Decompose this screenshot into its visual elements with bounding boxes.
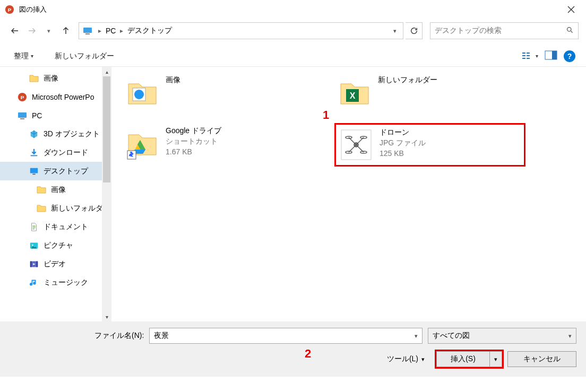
filename-label: ファイル名(N): [94, 331, 144, 341]
svg-rect-12 [552, 51, 557, 59]
refresh-button[interactable] [406, 22, 423, 39]
svg-point-20 [32, 244, 33, 246]
file-thumbnail [125, 75, 159, 109]
videos-icon [29, 259, 39, 269]
svg-rect-18 [32, 173, 35, 175]
powerpoint-icon: P [4, 4, 15, 15]
svg-rect-8 [527, 53, 530, 54]
scroll-up-icon[interactable]: ▴ [102, 67, 111, 76]
tree-item[interactable]: ピクチャ [0, 236, 111, 255]
main-area: 画像PMicrosoft PowerPoPC3D オブジェクトダウンロードデスク… [0, 67, 586, 321]
cancel-button[interactable]: キャンセル [507, 351, 576, 367]
tree-item[interactable]: 新しいフォルダー [0, 199, 111, 217]
file-item[interactable]: Google ドライブショートカット1.67 KB [122, 123, 313, 167]
scroll-down-icon[interactable]: ▾ [102, 312, 111, 321]
tree-item-label: 画像 [44, 74, 58, 83]
tree-item[interactable]: ビデオ [0, 255, 111, 273]
view-options-button[interactable]: ▾ [522, 51, 538, 61]
file-type-filter[interactable]: すべての図 ▾ [428, 328, 576, 344]
tree-item-label: ミュージック [44, 278, 88, 288]
breadcrumb-desktop[interactable]: デスクトップ [125, 26, 174, 36]
svg-text:P: P [8, 7, 12, 13]
filename-input[interactable]: 夜景 ▾ [149, 328, 423, 344]
forward-button[interactable] [24, 23, 39, 38]
back-button[interactable] [7, 23, 22, 38]
scrollbar[interactable]: ▴ ▾ [102, 67, 111, 321]
chevron-right-icon: ▸ [96, 27, 104, 34]
close-button[interactable] [561, 1, 582, 18]
tree-item-label: ドキュメント [44, 222, 88, 232]
nav-tree: 画像PMicrosoft PowerPoPC3D オブジェクトダウンロードデスク… [0, 67, 111, 321]
organize-button[interactable]: 整理 ▾ [11, 49, 37, 63]
svg-rect-23 [37, 261, 38, 267]
address-bar[interactable]: ▸ PC ▸ デスクトップ ▾ [79, 22, 403, 39]
svg-rect-15 [18, 112, 27, 118]
tree-item[interactable]: ダウンロード [0, 143, 111, 162]
folder-icon [36, 185, 47, 195]
download-icon [29, 147, 39, 158]
file-type-label: JPG ファイル [380, 138, 426, 148]
insert-button[interactable]: 挿入(S) ▾ [436, 351, 502, 367]
search-input[interactable]: デスクトップの検索 [430, 22, 579, 39]
preview-pane-button[interactable] [545, 50, 557, 62]
tree-item[interactable]: 画像 [0, 69, 111, 88]
folder-icon [36, 203, 47, 214]
svg-text:X: X [350, 91, 356, 100]
tree-item[interactable]: ミュージック [0, 273, 111, 292]
file-name: Google ドライブ [166, 126, 221, 136]
folder-icon [29, 73, 39, 84]
svg-rect-5 [522, 53, 525, 54]
chevron-down-icon: ▾ [568, 333, 572, 339]
documents-icon [29, 222, 39, 232]
tree-item[interactable]: PMicrosoft PowerPo [0, 88, 111, 106]
tree-item-label: PC [32, 111, 42, 120]
pc-icon [17, 110, 28, 121]
chevron-down-icon[interactable]: ▾ [415, 333, 418, 339]
scroll-thumb[interactable] [103, 76, 110, 182]
tree-item-label: デスクトップ [44, 167, 88, 176]
tree-item[interactable]: デスクトップ [0, 162, 111, 180]
svg-rect-6 [522, 55, 525, 56]
nav-row: ▾ ▸ PC ▸ デスクトップ ▾ デスクトップの検索 [0, 19, 586, 42]
tree-item[interactable]: ドキュメント [0, 217, 111, 236]
svg-rect-3 [85, 33, 90, 34]
toolbar: 整理 ▾ 新しいフォルダー ▾ ? [0, 46, 586, 67]
tree-item[interactable]: 画像 [0, 180, 111, 199]
dialog-title: 図の挿入 [19, 5, 47, 14]
svg-rect-2 [83, 28, 92, 33]
tree-item-label: 画像 [51, 185, 66, 195]
tree-item-label: ダウンロード [44, 148, 88, 158]
up-button[interactable] [58, 23, 73, 38]
search-icon [566, 26, 574, 36]
music-icon [29, 277, 39, 288]
file-item[interactable]: X新しいフォルダー [334, 72, 525, 112]
file-item[interactable]: ドローンJPG ファイル125 KB [334, 123, 525, 167]
tree-item[interactable]: 3D オブジェクト [0, 125, 111, 143]
file-list[interactable]: 1 画像X新しいフォルダーGoogle ドライブショートカット1.67 KBドロ… [111, 67, 586, 321]
svg-rect-7 [522, 58, 525, 59]
recent-dropdown[interactable]: ▾ [41, 23, 56, 38]
new-folder-button[interactable]: 新しいフォルダー [51, 49, 117, 63]
svg-rect-22 [30, 261, 32, 267]
tree-item-label: ピクチャ [44, 241, 73, 250]
svg-rect-9 [527, 55, 530, 56]
tools-button[interactable]: ツール(L) ▾ [387, 354, 425, 364]
powerpoint-icon: P [17, 92, 28, 102]
tree-item[interactable]: PC [0, 106, 111, 125]
help-button[interactable]: ? [564, 50, 575, 62]
tree-item-label: 3D オブジェクト [44, 129, 100, 139]
tree-item-label: Microsoft PowerPo [32, 93, 94, 101]
svg-point-25 [134, 90, 144, 99]
bottom-bar: ファイル名(N): 夜景 ▾ すべての図 ▾ 2 ツール(L) ▾ 挿入(S) … [0, 321, 586, 377]
svg-rect-16 [20, 118, 24, 119]
file-type-label: ショートカット [166, 137, 221, 146]
svg-text:P: P [21, 94, 24, 100]
search-placeholder: デスクトップの検索 [435, 26, 502, 36]
file-item[interactable]: 画像 [122, 72, 313, 112]
insert-dropdown[interactable]: ▾ [490, 352, 502, 367]
file-thumbnail: X [338, 75, 372, 109]
breadcrumb-pc[interactable]: PC [104, 27, 118, 35]
address-dropdown[interactable]: ▾ [390, 28, 400, 34]
annotation-1: 1 [323, 108, 329, 122]
pc-icon [82, 25, 93, 36]
